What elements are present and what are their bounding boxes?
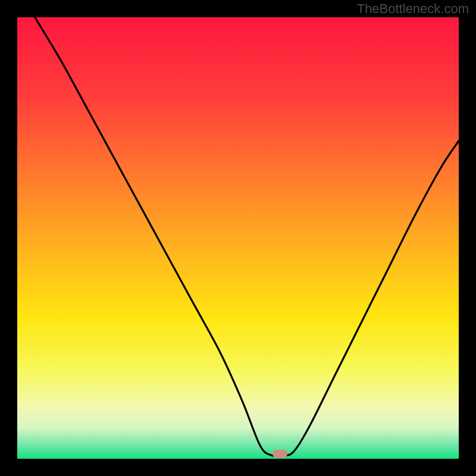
watermark-text: TheBottleneck.com — [357, 1, 469, 17]
chart-svg — [0, 0, 476, 476]
minimum-marker — [273, 450, 287, 458]
chart-container: TheBottleneck.com — [0, 0, 476, 476]
